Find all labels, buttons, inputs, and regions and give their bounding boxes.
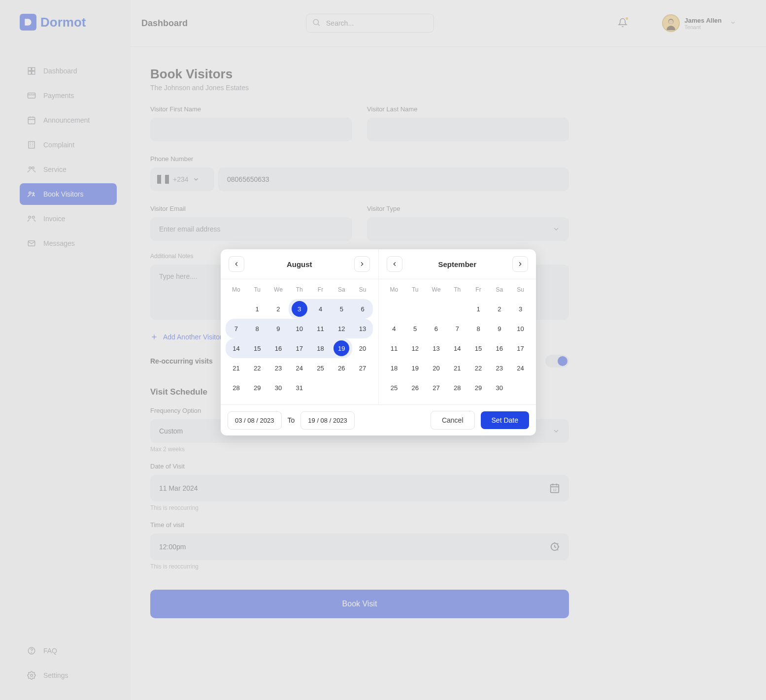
day-cell[interactable]: 21 xyxy=(447,358,468,378)
next-month-button[interactable] xyxy=(512,256,528,272)
day-empty xyxy=(310,378,331,398)
day-cell[interactable]: 23 xyxy=(268,358,289,378)
day-cell[interactable]: 29 xyxy=(247,378,268,398)
day-cell[interactable]: 5 xyxy=(404,319,426,338)
day-cell[interactable]: 24 xyxy=(289,358,310,378)
day-cell[interactable]: 2 xyxy=(489,299,510,319)
set-date-button[interactable]: Set Date xyxy=(481,411,529,429)
day-cell[interactable]: 12 xyxy=(331,319,352,338)
day-cell[interactable]: 28 xyxy=(447,378,468,398)
month-name-left: August xyxy=(287,260,312,268)
day-cell[interactable]: 10 xyxy=(510,319,531,338)
day-cell[interactable]: 11 xyxy=(310,319,331,338)
day-cell[interactable]: 18 xyxy=(310,338,331,358)
prev-month-button-right[interactable] xyxy=(387,256,402,272)
day-cell[interactable]: 9 xyxy=(489,319,510,338)
chevron-right-icon xyxy=(517,261,524,267)
day-cell[interactable]: 8 xyxy=(247,319,268,338)
day-cell[interactable]: 1 xyxy=(247,299,268,319)
day-of-week-header: Sa xyxy=(489,286,510,293)
day-of-week-header: Su xyxy=(510,286,531,293)
day-cell[interactable]: 13 xyxy=(352,319,373,338)
day-cell[interactable]: 31 xyxy=(289,378,310,398)
day-cell[interactable]: 1 xyxy=(468,299,489,319)
day-of-week-header: Th xyxy=(447,286,468,293)
day-cell[interactable]: 22 xyxy=(468,358,489,378)
day-empty xyxy=(404,299,426,319)
day-of-week-header: We xyxy=(268,286,289,293)
day-cell[interactable]: 16 xyxy=(268,338,289,358)
day-cell[interactable]: 7 xyxy=(447,319,468,338)
day-cell[interactable]: 8 xyxy=(468,319,489,338)
date-to-chip[interactable]: 19 / 08 / 2023 xyxy=(300,411,355,430)
prev-month-button[interactable] xyxy=(229,256,244,272)
day-cell[interactable]: 30 xyxy=(489,378,510,398)
day-empty xyxy=(226,299,247,319)
day-cell[interactable]: 11 xyxy=(384,338,405,358)
day-cell[interactable]: 18 xyxy=(384,358,405,378)
day-cell[interactable]: 23 xyxy=(489,358,510,378)
day-cell[interactable]: 27 xyxy=(352,358,373,378)
day-cell[interactable]: 7 xyxy=(226,319,247,338)
day-cell[interactable]: 9 xyxy=(268,319,289,338)
day-of-week-header: Tu xyxy=(404,286,426,293)
day-cell[interactable]: 17 xyxy=(510,338,531,358)
day-cell[interactable]: 26 xyxy=(404,378,426,398)
day-cell[interactable]: 22 xyxy=(247,358,268,378)
chevron-left-icon xyxy=(391,261,398,267)
date-from-chip[interactable]: 03 / 08 / 2023 xyxy=(228,411,282,430)
chevron-left-icon xyxy=(233,261,240,267)
day-empty xyxy=(331,378,352,398)
day-cell[interactable]: 3 xyxy=(289,299,310,319)
cancel-button[interactable]: Cancel xyxy=(431,411,475,430)
day-cell[interactable]: 2 xyxy=(268,299,289,319)
day-cell[interactable]: 19 xyxy=(331,338,352,358)
day-of-week-header: Th xyxy=(289,286,310,293)
chevron-right-icon xyxy=(359,261,366,267)
day-cell[interactable]: 4 xyxy=(310,299,331,319)
day-cell[interactable]: 6 xyxy=(426,319,447,338)
day-empty xyxy=(510,378,531,398)
day-cell[interactable]: 24 xyxy=(510,358,531,378)
day-cell[interactable]: 6 xyxy=(352,299,373,319)
day-cell[interactable]: 20 xyxy=(352,338,373,358)
day-cell[interactable]: 26 xyxy=(331,358,352,378)
day-cell[interactable]: 16 xyxy=(489,338,510,358)
day-cell[interactable]: 12 xyxy=(404,338,426,358)
day-cell[interactable]: 20 xyxy=(426,358,447,378)
day-cell[interactable]: 15 xyxy=(247,338,268,358)
day-cell[interactable]: 29 xyxy=(468,378,489,398)
day-empty xyxy=(384,299,405,319)
day-of-week-header: Mo xyxy=(384,286,405,293)
day-cell[interactable]: 25 xyxy=(310,358,331,378)
day-cell[interactable]: 30 xyxy=(268,378,289,398)
day-cell[interactable]: 5 xyxy=(331,299,352,319)
day-cell[interactable]: 14 xyxy=(226,338,247,358)
day-cell[interactable]: 3 xyxy=(510,299,531,319)
day-of-week-header: Fr xyxy=(468,286,489,293)
day-cell[interactable]: 21 xyxy=(226,358,247,378)
to-label: To xyxy=(288,416,295,424)
day-of-week-header: We xyxy=(426,286,447,293)
date-range-picker: August MoTuWeThFrSaSu 123456789101112131… xyxy=(221,249,536,435)
day-cell[interactable]: 27 xyxy=(426,378,447,398)
day-cell[interactable]: 17 xyxy=(289,338,310,358)
day-cell[interactable]: 13 xyxy=(426,338,447,358)
month-name-right: September xyxy=(438,260,476,268)
day-empty xyxy=(352,378,373,398)
day-of-week-header: Sa xyxy=(331,286,352,293)
month-panel-right: September MoTuWeThFrSaSu 123456789101112… xyxy=(379,249,536,404)
day-cell[interactable]: 4 xyxy=(384,319,405,338)
day-cell[interactable]: 28 xyxy=(226,378,247,398)
day-empty xyxy=(426,299,447,319)
day-cell[interactable]: 14 xyxy=(447,338,468,358)
day-empty xyxy=(447,299,468,319)
day-of-week-header: Tu xyxy=(247,286,268,293)
day-cell[interactable]: 10 xyxy=(289,319,310,338)
day-of-week-header: Fr xyxy=(310,286,331,293)
next-month-button-left[interactable] xyxy=(354,256,370,272)
day-cell[interactable]: 15 xyxy=(468,338,489,358)
day-of-week-header: Su xyxy=(352,286,373,293)
day-cell[interactable]: 19 xyxy=(404,358,426,378)
day-cell[interactable]: 25 xyxy=(384,378,405,398)
